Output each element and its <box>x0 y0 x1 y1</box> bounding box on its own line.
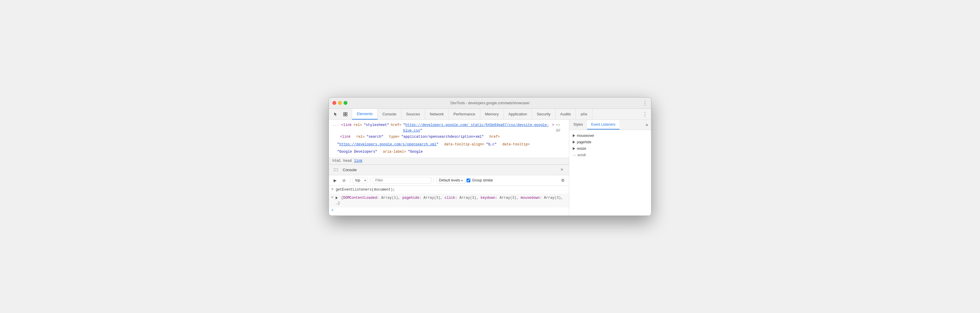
styles-more-button[interactable]: » <box>643 120 651 130</box>
settings-button[interactable]: ⚙ <box>559 176 566 184</box>
output-prompt: < <box>331 195 333 200</box>
console-header: Console × <box>329 165 569 175</box>
scroll-indicator: — scroll <box>569 152 651 158</box>
clear-button[interactable]: ⊘ <box>340 176 348 184</box>
context-wrapper: top ▾ <box>353 177 368 183</box>
execute-button[interactable]: ▶ <box>331 176 339 184</box>
tab-sources[interactable]: Sources <box>401 109 425 120</box>
console-output-text: {DOMContentLoaded: Array(1), pagehide: A… <box>336 195 566 206</box>
console-drag-handle[interactable] <box>332 167 339 172</box>
attr-tooltip-align-value: "b,c" <box>486 142 497 147</box>
context-select[interactable]: top <box>353 177 368 183</box>
expand-icon[interactable] <box>336 196 338 200</box>
tag-open-1: <link <box>341 123 352 128</box>
title-bar: DevTools - developers.google.com/web/sho… <box>329 97 651 109</box>
tab-event-listeners[interactable]: Event Listeners <box>587 120 620 129</box>
cursor-icon[interactable] <box>331 110 339 118</box>
event-item-pagehide[interactable]: pagehide <box>569 139 651 145</box>
attr-href2-value: "https://developers.google.com/s/opensea… <box>337 142 439 147</box>
attr-type-name: type= <box>389 134 399 140</box>
href-link-2[interactable]: https://developers.google.com/s/opensear… <box>339 142 436 147</box>
group-similar-label[interactable]: Group similar <box>466 178 493 182</box>
toolbar-separator-1 <box>350 177 350 183</box>
elements-panel: ... <link rel="stylesheet" href="https:/… <box>329 120 569 216</box>
attr-rel2-value: "search" <box>366 134 383 140</box>
minimize-button[interactable] <box>338 101 342 105</box>
breadcrumb: html head link <box>329 158 569 164</box>
levels-button[interactable]: Default levels ▾ <box>436 177 465 184</box>
group-similar-text: Group similar <box>472 178 493 182</box>
console-panel: Console × ▶ ⊘ top ▾ <box>329 165 569 216</box>
breadcrumb-head[interactable]: head <box>343 159 352 163</box>
tab-network[interactable]: Network <box>425 109 449 120</box>
dom-equals: == $0 <box>556 123 565 134</box>
tab-styles[interactable]: Styles <box>569 120 587 129</box>
levels-arrow-icon: ▾ <box>461 179 463 182</box>
filter-input[interactable] <box>372 177 431 184</box>
tab-bar-left <box>329 109 352 120</box>
tab-axe[interactable]: aXe <box>576 109 592 120</box>
href-link-1[interactable]: https://developers.google.com/_static/64… <box>403 123 549 133</box>
drag-dot <box>336 168 336 169</box>
tabs-container: Elements Console Sources Network Perform… <box>352 109 639 120</box>
devtools-window: DevTools - developers.google.com/web/sho… <box>329 97 651 216</box>
code-line-2: <link rel="search" type="application/ope… <box>332 134 565 155</box>
svg-rect-0 <box>344 112 345 114</box>
attr-href-name: href= <box>391 123 401 128</box>
attr-rel2-name: rel= <box>356 134 365 140</box>
drag-dots-row1 <box>334 168 338 169</box>
toolbar-separator-3 <box>434 177 434 183</box>
console-entry-empty: > <box>329 207 569 216</box>
console-close-button[interactable]: × <box>558 166 565 173</box>
styles-tabs: Styles Event Listeners » <box>569 120 651 130</box>
svg-rect-3 <box>346 115 347 116</box>
event-item-mouseover[interactable]: mouseover <box>569 133 651 139</box>
input-prompt: > <box>331 187 333 192</box>
output-content: {DOMContentLoaded: Array(1), pagehide: A… <box>336 196 563 205</box>
console-entry-input: > getEventListeners(document); <box>329 186 569 194</box>
tab-more-button[interactable]: ⋮ <box>641 110 649 119</box>
breadcrumb-link[interactable]: link <box>354 159 363 163</box>
tab-performance[interactable]: Performance <box>449 109 480 120</box>
event-listeners-list: mouseover pagehide resize — scroll <box>569 130 651 161</box>
tab-bar-end: ⋮ <box>639 109 651 120</box>
scroll-text: — <box>573 153 576 157</box>
breadcrumb-html[interactable]: html <box>332 159 341 163</box>
close-button[interactable] <box>332 101 336 105</box>
tab-memory[interactable]: Memory <box>480 109 504 120</box>
expand-triangle <box>573 147 575 150</box>
event-name: mouseover <box>577 134 594 138</box>
more-button[interactable]: ⋮ <box>642 100 648 106</box>
tab-application[interactable]: Application <box>504 109 532 120</box>
ellipsis: ... <box>332 123 338 128</box>
drag-dot <box>334 170 334 171</box>
console-title: Console <box>343 168 357 172</box>
attr-aria-value: "Google <box>408 149 423 155</box>
tab-security[interactable]: Security <box>532 109 555 120</box>
tab-bar: Elements Console Sources Network Perform… <box>329 109 651 120</box>
attr-aria-name: aria-label= <box>383 149 406 155</box>
elements-code: ... <link rel="stylesheet" href="https:/… <box>329 120 569 158</box>
tag-close-1: > <box>552 123 554 128</box>
scroll-label: scroll <box>578 153 585 157</box>
event-item-resize[interactable]: resize <box>569 145 651 152</box>
drag-dot <box>334 168 334 169</box>
svg-rect-2 <box>346 112 347 114</box>
console-toolbar: ▶ ⊘ top ▾ Default levels ▾ <box>329 175 569 186</box>
maximize-button[interactable] <box>344 101 347 105</box>
attr-type-value: "application/opensearchdescription+xml" <box>401 134 484 140</box>
attr-tooltip-align-name: data-tooltip-align= <box>444 142 484 147</box>
inspector-icon[interactable] <box>341 110 350 118</box>
tab-console[interactable]: Console <box>378 109 401 120</box>
drag-dot <box>337 168 338 169</box>
event-name: resize <box>577 147 586 151</box>
tab-elements[interactable]: Elements <box>352 109 378 120</box>
attr-tooltip-value: "Google Developers" <box>337 149 377 155</box>
tab-audits[interactable]: Audits <box>555 109 576 120</box>
traffic-lights <box>332 101 347 105</box>
window-title: DevTools - developers.google.com/web/sho… <box>450 101 529 105</box>
attr-href-value: "https://developers.google.com/_static/6… <box>403 123 550 134</box>
console-input-text[interactable]: getEventListeners(document); <box>336 187 566 192</box>
group-similar-checkbox[interactable] <box>466 179 470 182</box>
levels-label: Default levels <box>439 178 460 182</box>
